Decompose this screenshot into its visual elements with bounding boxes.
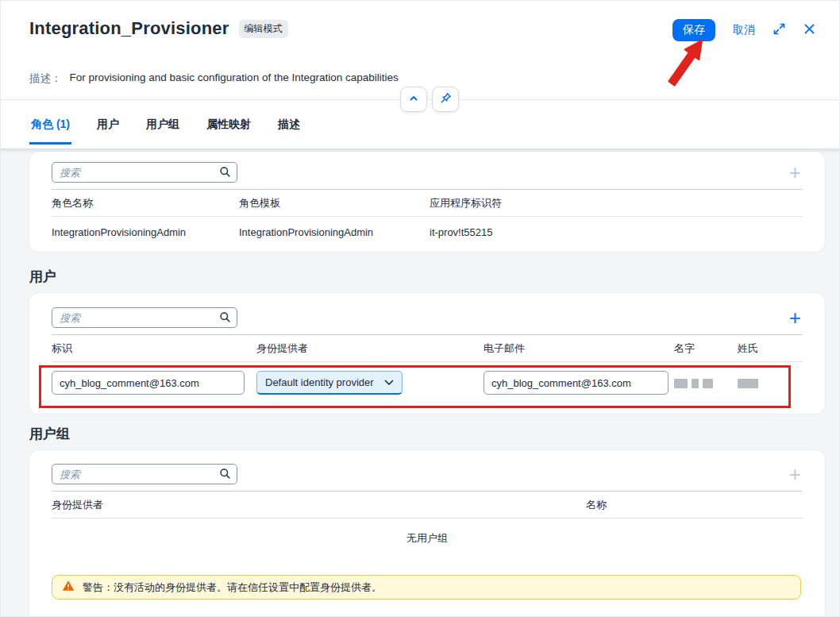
edit-mode-badge: 编辑模式 <box>239 20 288 38</box>
groups-search-input[interactable] <box>52 464 237 484</box>
users-search-input[interactable] <box>52 307 237 328</box>
warning-icon <box>62 580 75 595</box>
identity-provider-select[interactable]: Default identity provider <box>256 371 403 395</box>
pin-icon <box>440 92 452 106</box>
close-button[interactable] <box>803 23 815 37</box>
tabbar: 角色 (1) 用户 用户组 属性映射 描述 <box>29 113 302 145</box>
app-identifier-value: it-prov!t55215 <box>430 226 803 238</box>
warning-text: 警告：没有活动的身份提供者。请在信任设置中配置身份提供者。 <box>83 580 382 595</box>
tab-roles[interactable]: 角色 (1) <box>29 113 71 145</box>
search-icon <box>219 166 231 181</box>
tab-description[interactable]: 描述 <box>276 113 302 145</box>
column-identifier: 标识 <box>52 341 256 356</box>
annotation-arrow <box>662 34 710 91</box>
roles-table-header: 角色名称 角色模板 应用程序标识符 <box>29 190 825 216</box>
users-table-header: 标识 身份提供者 电子邮件 名字 姓氏 <box>29 335 825 361</box>
tab-user-groups[interactable]: 用户组 <box>144 113 181 145</box>
column-role-name: 角色名称 <box>52 196 239 210</box>
groups-search <box>52 464 237 484</box>
table-row[interactable]: IntegrationProvisioningAdmin Integration… <box>29 217 825 247</box>
column-identity-provider: 身份提供者 <box>256 341 484 356</box>
column-name: 名称 <box>586 498 803 512</box>
title-row: Integration_Provisioner 编辑模式 <box>29 18 288 39</box>
column-email: 电子邮件 <box>484 341 674 356</box>
user-id-cell <box>52 371 256 395</box>
groups-table-header: 身份提供者 名称 <box>29 492 825 518</box>
chevron-down-icon <box>384 376 394 388</box>
role-collection-edit-dialog: Integration_Provisioner 编辑模式 保存 取消 描述： F… <box>0 0 840 617</box>
chevron-up-icon <box>408 93 419 106</box>
user-email-input[interactable] <box>484 371 669 395</box>
header-actions: 保存 取消 <box>672 19 815 41</box>
user-idp-cell: Default identity provider <box>256 371 484 395</box>
column-last-name: 姓氏 <box>738 341 803 356</box>
search-icon <box>219 468 231 483</box>
no-user-groups-text: 无用户组 <box>29 519 825 553</box>
description-label: 描述： <box>29 71 62 86</box>
tab-users[interactable]: 用户 <box>95 113 121 145</box>
users-card: + 标识 身份提供者 电子邮件 名字 姓氏 Default identity p… <box>29 293 825 414</box>
tab-attribute-mappings[interactable]: 属性映射 <box>205 113 252 145</box>
column-identity-provider: 身份提供者 <box>52 498 586 512</box>
collapse-header-button[interactable] <box>400 87 427 112</box>
user-row: Default identity provider <box>29 362 825 403</box>
column-first-name: 名字 <box>674 341 738 356</box>
description-row: 描述： For provisioning and basic configura… <box>29 71 399 86</box>
user-last-name-redacted <box>738 377 803 389</box>
column-role-template: 角色模板 <box>239 196 430 210</box>
user-first-name-redacted <box>674 377 738 389</box>
user-id-input[interactable] <box>52 371 245 395</box>
role-template-value: IntegrationProvisioningAdmin <box>239 226 430 238</box>
role-name-value: IntegrationProvisioningAdmin <box>52 226 239 238</box>
column-app-identifier: 应用程序标识符 <box>430 196 803 210</box>
roles-search-input[interactable] <box>52 162 237 183</box>
roles-card: + 角色名称 角色模板 应用程序标识符 IntegrationProvision… <box>29 152 825 252</box>
users-heading: 用户 <box>29 268 56 286</box>
identity-provider-value: Default identity provider <box>265 376 374 388</box>
add-user-group-button[interactable]: + <box>789 465 801 483</box>
warning-banner: 警告：没有活动的身份提供者。请在信任设置中配置身份提供者。 <box>52 575 801 600</box>
fullscreen-icon <box>773 22 786 38</box>
header-collapse-controls <box>400 87 459 112</box>
page-title: Integration_Provisioner <box>29 18 229 39</box>
roles-search <box>52 162 237 183</box>
pin-header-button[interactable] <box>432 87 459 112</box>
groups-toolbar: + <box>29 450 825 491</box>
user-groups-card: + 身份提供者 名称 无用户组 警告：没有活动的身份提供者。请在信任设置中配置身… <box>29 450 825 617</box>
cancel-button[interactable]: 取消 <box>733 23 755 37</box>
add-role-button[interactable]: + <box>789 164 801 181</box>
add-user-button[interactable]: + <box>789 309 801 326</box>
search-icon <box>219 311 231 326</box>
users-search <box>52 307 237 328</box>
roles-toolbar: + <box>29 152 825 189</box>
user-email-cell <box>484 371 674 395</box>
description-text: For provisioning and basic configuration… <box>70 71 399 86</box>
users-toolbar: + <box>29 293 825 334</box>
close-icon <box>803 23 815 37</box>
save-button[interactable]: 保存 <box>672 19 715 41</box>
user-groups-heading: 用户组 <box>29 425 70 443</box>
fullscreen-button[interactable] <box>773 22 786 38</box>
